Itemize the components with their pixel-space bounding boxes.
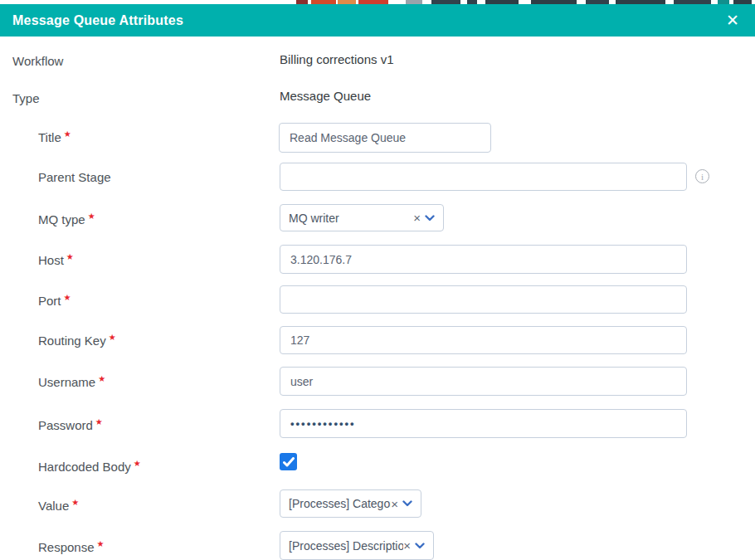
password-label-text: Password [38, 418, 93, 432]
chevron-down-icon [402, 500, 412, 507]
host-input[interactable] [280, 245, 687, 274]
routing-key-label: Routing Key★ [38, 333, 116, 348]
routing-key-input[interactable] [280, 326, 687, 354]
routing-key-label-text: Routing Key [38, 334, 106, 348]
check-icon [283, 457, 295, 467]
parent-stage-label: Parent Stage [38, 170, 111, 184]
password-input[interactable] [280, 409, 687, 438]
clear-icon[interactable]: × [403, 539, 411, 552]
title-label: Title★ [38, 129, 71, 144]
port-label-text: Port [38, 294, 61, 308]
port-input[interactable] [280, 285, 687, 314]
title-label-text: Title [38, 130, 61, 144]
value-select[interactable]: [Processes] Category × [280, 489, 421, 518]
hardcoded-body-checkbox[interactable] [280, 453, 297, 470]
parent-stage-label-text: Parent Stage [38, 170, 111, 184]
required-star-icon: ★ [66, 252, 74, 261]
mq-type-label-text: MQ type [38, 212, 85, 226]
parent-stage-input[interactable] [280, 163, 687, 191]
modal-message-queue-attributes: Message Queue Attributes ✕ Workflow Bill… [0, 0, 755, 560]
response-select[interactable]: [Processes] Description × [280, 531, 434, 560]
info-icon[interactable]: i [695, 169, 709, 183]
close-icon[interactable]: ✕ [723, 11, 743, 30]
response-label-text: Response [38, 540, 95, 554]
response-selected-value: [Processes] Description [289, 539, 403, 553]
password-label: Password★ [38, 417, 103, 432]
host-label: Host★ [38, 252, 74, 267]
required-star-icon: ★ [97, 539, 105, 548]
required-star-icon: ★ [109, 333, 116, 342]
mq-type-label: MQ type★ [38, 212, 95, 226]
workflow-value: Billing corrections v1 [280, 52, 394, 66]
required-star-icon: ★ [88, 212, 95, 221]
username-label: Username★ [38, 374, 105, 389]
hardcoded-body-label-text: Hardcoded Body [38, 460, 131, 474]
port-label: Port★ [38, 293, 71, 308]
modal-title: Message Queue Attributes [12, 13, 183, 28]
clear-icon[interactable]: × [413, 212, 421, 224]
type-label-text: Type [12, 91, 40, 105]
value-label-text: Value [38, 499, 69, 513]
required-star-icon: ★ [71, 498, 79, 507]
username-input[interactable] [280, 367, 687, 396]
type-label: Type [12, 91, 40, 105]
mq-type-selected-value: MQ writer [289, 212, 412, 225]
chevron-down-icon [425, 215, 435, 222]
required-star-icon: ★ [64, 129, 71, 139]
type-value: Message Queue [280, 89, 371, 103]
username-label-text: Username [38, 375, 95, 389]
response-label: Response★ [38, 539, 105, 554]
hardcoded-body-label: Hardcoded Body★ [38, 459, 141, 474]
modal-header: Message Queue Attributes ✕ [0, 4, 755, 37]
host-label-text: Host [38, 253, 64, 267]
title-input[interactable] [279, 123, 491, 153]
required-star-icon: ★ [98, 374, 105, 383]
mq-type-select[interactable]: MQ writer × [280, 204, 444, 231]
workflow-label-text: Workflow [12, 54, 63, 68]
required-star-icon: ★ [134, 459, 141, 468]
chevron-down-icon [415, 543, 425, 549]
clear-icon[interactable]: × [391, 498, 398, 510]
required-star-icon: ★ [95, 417, 103, 426]
value-label: Value★ [38, 498, 79, 513]
value-selected-value: [Processes] Category [289, 497, 391, 510]
workflow-label: Workflow [12, 54, 63, 68]
required-star-icon: ★ [64, 293, 71, 302]
